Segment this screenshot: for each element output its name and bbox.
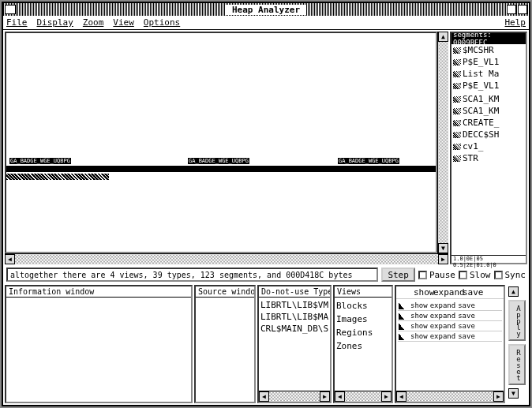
save-action[interactable]: save [458, 332, 475, 340]
source-panel: Source window [194, 285, 256, 403]
list-item: P$E_VL1 [451, 80, 526, 92]
show-action[interactable]: show [410, 312, 428, 320]
seg-icon [453, 71, 461, 77]
maximize-icon[interactable] [518, 5, 527, 14]
list-item[interactable]: CRL$MAIN_DB\SCA [260, 323, 328, 335]
table-row: showexpandsave [398, 301, 502, 311]
types-header: Do-not-use Type [259, 286, 330, 298]
types-panel: Do-not-use Type LIBRTL\LIB$VM_M LIBRTL\L… [257, 285, 332, 403]
scroll-down-icon[interactable]: ▼ [508, 388, 519, 399]
list-item: P$E_VL1 [451, 56, 526, 68]
list-item[interactable]: LIBRTL\LIB$MALL [260, 311, 328, 323]
save-action[interactable]: save [458, 312, 475, 320]
save-action[interactable]: save [458, 322, 475, 330]
seg-label: GA_BADGE_WGE_UQBPG [188, 158, 249, 164]
expand-action[interactable]: expand [430, 312, 456, 320]
heap-hscroll[interactable]: ◀ ▶ [5, 253, 448, 264]
list-item[interactable]: LIBRTL\LIB$VM_M [260, 299, 328, 311]
list-item: cv1_ [451, 140, 526, 152]
list-item: $MCSHR [451, 44, 526, 56]
apply-button[interactable]: Apply [508, 300, 526, 341]
edit-icon[interactable] [399, 312, 406, 320]
sync-checkbox[interactable]: Sync [494, 270, 526, 280]
minimize-icon[interactable] [507, 5, 516, 14]
table-row: showexpandsave [398, 311, 502, 321]
info-body[interactable] [6, 298, 191, 402]
side-buttons: ▲ Apply Reset ▼ [507, 285, 527, 403]
edit-icon[interactable] [399, 322, 406, 330]
seg-icon [453, 96, 461, 103]
scroll-up-icon[interactable]: ▲ [508, 286, 519, 297]
views-list[interactable]: Blocks Images Regions Zones [335, 298, 392, 391]
list-item: Blocks [336, 299, 390, 313]
seg-icon [453, 120, 461, 126]
scroll-left-icon[interactable]: ◀ [5, 254, 15, 264]
menu-zoom[interactable]: Zoom [83, 17, 104, 28]
source-header: Source window [196, 286, 254, 298]
list-item: CREATE_ [451, 117, 526, 129]
menu-file[interactable]: File [6, 17, 28, 28]
scroll-right-icon[interactable]: ▶ [381, 391, 392, 402]
scroll-left-icon[interactable]: ◀ [335, 391, 345, 402]
step-button[interactable]: Step [381, 268, 415, 282]
show-action[interactable]: show [410, 332, 428, 340]
list-item: Images [336, 313, 390, 326]
views-panel: Views Blocks Images Regions Zones ◀▶ [333, 285, 393, 403]
views-header: Views [335, 286, 392, 298]
command-row: Step Pause Slow Sync [5, 266, 527, 283]
pause-checkbox[interactable]: Pause [418, 270, 455, 280]
expand-action[interactable]: expand [430, 322, 456, 330]
menu-help[interactable]: Help [505, 17, 526, 28]
edit-icon[interactable] [399, 332, 406, 340]
seg-label: GA_BADGE_WGE_UQBPG [338, 158, 399, 164]
list-item: SCA1_KM [451, 105, 526, 117]
scroll-right-icon[interactable]: ▶ [438, 254, 448, 264]
segments-list[interactable]: $MCSHR P$E_VL1 List Ma P$E_VL1 SCA1_KM S… [451, 44, 526, 255]
source-body[interactable] [196, 298, 254, 402]
info-panel: Information window [5, 285, 193, 403]
seg-icon [453, 83, 461, 89]
menu-display[interactable]: Display [37, 17, 73, 28]
menubar: File Display Zoom View Options Help [3, 16, 529, 30]
heap-view[interactable]: GA_BADGE_WGE_UQBPG GA_BADGE_WGE_UQBPG GA… [5, 32, 437, 253]
sysmenu-icon[interactable] [5, 5, 16, 14]
scroll-up-icon[interactable]: ▲ [438, 32, 448, 42]
edit-icon[interactable] [399, 301, 406, 309]
scroll-down-icon[interactable]: ▼ [438, 243, 448, 253]
list-item: List Ma [451, 68, 526, 80]
scroll-left-icon[interactable]: ◀ [396, 391, 406, 402]
list-item: Zones [336, 339, 390, 353]
heap-vscroll[interactable]: ▲ ▼ [437, 32, 448, 253]
expand-action[interactable]: expand [430, 332, 456, 340]
menu-options[interactable]: Options [144, 17, 180, 28]
list-item: SCA1_KM [451, 93, 526, 105]
titlebar: Heap Analyzer [3, 3, 529, 16]
scroll-right-icon[interactable]: ▶ [493, 391, 504, 402]
list-item: Regions [336, 326, 390, 339]
actions-panel: show expand save showexpandsave showexpa… [395, 285, 505, 403]
types-list[interactable]: LIBRTL\LIB$VM_M LIBRTL\LIB$MALL CRL$MAIN… [259, 298, 330, 391]
status-input[interactable] [6, 268, 378, 282]
seg-icon [453, 144, 461, 150]
save-action[interactable]: save [458, 301, 475, 309]
reset-button[interactable]: Reset [508, 344, 526, 385]
segments-header: segments: 0009BEEC [451, 33, 526, 44]
seg-icon [453, 155, 461, 162]
scroll-left-icon[interactable]: ◀ [259, 391, 269, 402]
table-row: showexpandsave [398, 321, 502, 331]
slow-checkbox[interactable]: Slow [459, 270, 491, 280]
show-action[interactable]: show [410, 322, 428, 330]
table-row: showexpandsave [398, 331, 502, 342]
actions-body: showexpandsave showexpandsave showexpand… [396, 299, 504, 391]
actions-header: show expand save [396, 286, 504, 299]
seg-icon [453, 47, 461, 54]
scroll-right-icon[interactable]: ▶ [320, 391, 330, 402]
menu-view[interactable]: View [113, 17, 134, 28]
show-action[interactable]: show [410, 301, 428, 309]
expand-action[interactable]: expand [430, 301, 456, 309]
seg-icon [453, 132, 461, 138]
list-item: STR [451, 152, 526, 164]
segments-scale: 1.0|0E|05 0.5|2E|01.0|0 [451, 255, 526, 263]
seg-label: GA_BADGE_WGE_UQBPG [9, 158, 71, 164]
main-window: Heap Analyzer File Display Zoom View Opt… [2, 2, 530, 406]
